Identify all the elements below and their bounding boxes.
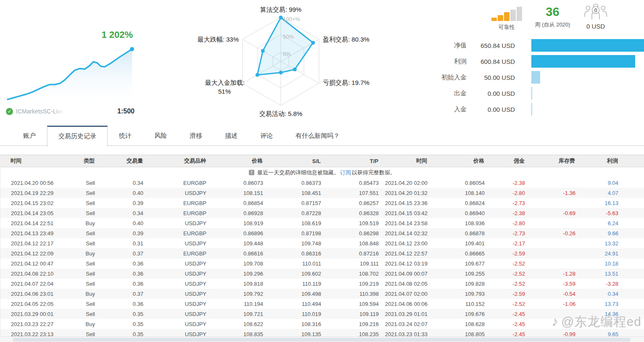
table-cell: -1.28 [525,271,575,277]
tab-2[interactable]: 统计 [108,127,143,148]
table-cell: EURGBP [143,230,206,237]
table-cell: -0.69 [525,210,575,216]
stat-bar [531,103,532,116]
tab-list: 账户交易历史记录统计风险滑移描述评论有什么新闻吗？ [12,127,351,148]
stat-row: 初始入金50.00 USD [437,69,644,85]
tab-4[interactable]: 滑移 [178,127,214,148]
table-cell: 109.594 [321,301,379,307]
table-cell: 2021.04.05 22:05 [0,301,72,307]
table-cell: USDJPY [143,240,206,247]
table-cell: 2021.04.08 02:05 [379,281,428,287]
table-cell: 109.296 [206,271,263,277]
column-header: 价格 [206,157,263,165]
table-cell: 0.35 [95,311,143,317]
column-header: 时间 [0,157,71,165]
table-cell: 109.818 [206,281,263,287]
table-cell: 0.35 [95,321,143,327]
reliability-bars-icon [488,6,525,21]
table-cell: Sell [72,190,95,196]
tab-1[interactable]: 交易历史记录 [47,126,108,147]
table-cell: 109.676 [428,311,485,317]
table-cell: 108.702 [321,271,379,277]
table-cell: 0.86878 [428,230,485,237]
table-cell: 0.87198 [263,230,321,237]
table-cell: 0.86940 [428,210,485,216]
table-cell: 0.86665 [428,250,485,257]
table-cell: 109.721 [206,311,263,317]
table-cell: -2.80 [485,190,525,196]
table-cell: 109.119 [321,311,379,317]
table-cell: -2.59 [485,291,525,297]
table-row: 2021.04.12 22:09Buy0.37EURGBP0.866160.86… [0,248,644,258]
table-cell: 2021.04.14 23:58 [379,220,428,226]
weeks-label: 周 (自从 2020) [531,21,575,29]
table-cell: -2.17 [485,240,525,247]
table-cell: 109.708 [206,260,263,267]
stat-bar [531,55,635,68]
scrollbar-thumb[interactable] [13,338,631,342]
stat-value: 0.00 USD [467,90,515,97]
table-cell: Sell [72,180,95,186]
table-cell: 109.677 [428,260,485,267]
table-cell: -2.52 [485,271,525,277]
subscribe-link[interactable]: 订阅 [340,169,351,176]
table-cell: USDJPY [143,301,206,307]
table-cell: 2021.03.29 01:01 [379,311,428,317]
table-cell: 2021.04.09 00:07 [379,271,428,277]
table-cell: 2021.04.15 23:02 [0,200,72,206]
table-cell: 2021.04.14 23:05 [0,210,72,216]
svg-text:盈利交易: 80.3%: 盈利交易: 80.3% [323,36,370,43]
table-header: 时间类型交易量交易品种价格S/LT/P时间价格佣金库存费利润 [0,155,644,167]
reliability-bar [517,7,522,21]
table-cell: Sell [72,230,95,237]
table-cell: 0.86054 [428,180,485,186]
table-cell: 108.628 [428,321,485,327]
table-cell: Sell [72,311,95,317]
table-cell: 0.36 [95,301,143,307]
tab-7[interactable]: 有什么新闻吗？ [284,127,351,148]
table-cell: -3.59 [525,281,575,287]
tab-0[interactable]: 账户 [12,127,47,148]
table-row: 2021.04.06 23:01Buy0.37USDJPY109.792109.… [0,289,644,299]
table-cell: 2021.03.24 02:07 [379,321,428,327]
table-cell: 108.919 [206,220,263,226]
table-cell: 13.73 [575,301,618,307]
table-cell: 2021.04.12 22:17 [0,240,72,247]
table-cell: 109.602 [263,271,321,277]
table-cell: 108.619 [263,220,321,226]
growth-chart-block: 1 202% ✓ ICMarketsSC-Live 1:500 [6,29,135,115]
table-cell: -0.26 [525,230,575,237]
table-cell: 109.498 [263,291,321,297]
stat-value: 0.00 USD [467,106,515,113]
table-cell: 0.86328 [321,210,379,216]
table-cell: 2021.03.29 00:01 [0,311,72,317]
table-cell: 14.36 [575,311,618,317]
table-cell: Sell [72,200,95,206]
table-cell: 2021.04.12 22:57 [379,250,428,257]
tab-5[interactable]: 描述 [214,127,249,148]
table-cell: Buy [72,220,95,226]
table-cell: EURGBP [143,250,206,257]
stat-value: 650.84 USD [467,42,515,49]
table-cell: 0.86854 [206,200,263,206]
table-cell: 0.40 [95,190,143,196]
stat-row: 出金0.00 USD [437,85,644,101]
table-cell: 2021.04.12 23:00 [379,240,428,247]
reliability-label: 可靠性 [488,24,525,31]
table-cell: 0.86257 [321,200,379,206]
table-cell: Sell [72,301,95,307]
table-cell: 109.748 [263,240,321,247]
table-cell: 0.40 [95,220,143,226]
table-cell: 110.194 [206,301,263,307]
stat-row: 净值650.84 USD [437,37,644,53]
column-header: T/P [321,158,378,164]
tab-3[interactable]: 风险 [143,127,178,148]
stat-value: 600.84 USD [467,58,515,65]
tab-6[interactable]: 评论 [249,127,284,148]
signal-page: 1 202% ✓ ICMarketsSC-Live 1:500 100+%50%… [0,0,644,342]
table-cell: 2021.04.12 22:09 [0,250,72,257]
hidden-trades-notice: ! 最近一天交易的详细信息被隐藏。 订阅 以获得完整数据。 [0,167,644,178]
table-cell: 109.111 [321,260,379,267]
investors-badge: 0 [594,8,597,13]
table-cell: 10.18 [575,260,618,267]
